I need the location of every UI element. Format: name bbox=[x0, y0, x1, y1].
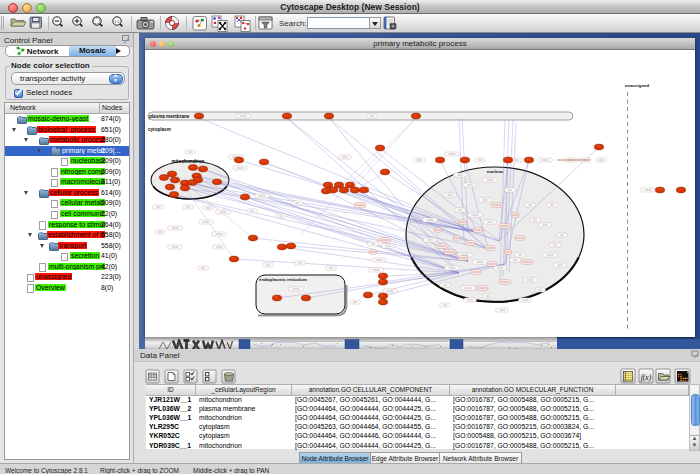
svg-text:xxxxxx: xxxxxx bbox=[501, 280, 511, 284]
svg-text:xxx: xxx bbox=[478, 158, 483, 162]
svg-text:xxx: xxx bbox=[599, 158, 604, 162]
svg-text:xxxx: xxxx bbox=[505, 250, 512, 254]
svg-text:xxxxx: xxxxx bbox=[486, 246, 494, 250]
svg-text:xxxxx: xxxxx bbox=[542, 158, 550, 162]
svg-text:xxx: xxx bbox=[533, 218, 538, 222]
svg-text:xxx: xxx bbox=[186, 205, 191, 209]
svg-text:xxxxx: xxxxx bbox=[387, 289, 395, 293]
svg-text:xxxxx: xxxxx bbox=[172, 226, 180, 230]
svg-text:xxx: xxx bbox=[370, 114, 375, 118]
svg-text:f(x): f(x) bbox=[641, 373, 652, 382]
svg-text:xxx: xxx bbox=[538, 288, 543, 292]
svg-text:xxxxx: xxxxx bbox=[240, 114, 248, 118]
svg-text:xxx: xxx bbox=[353, 300, 358, 304]
svg-text:xxxxx: xxxxx bbox=[477, 260, 485, 264]
svg-text:xxxxx: xxxxx bbox=[466, 241, 474, 245]
svg-text:xxxxx: xxxxx bbox=[172, 245, 180, 249]
svg-text:xxx: xxx bbox=[206, 206, 211, 210]
svg-text:xxxxx: xxxxx bbox=[645, 188, 653, 192]
svg-text:xxxxx: xxxxx bbox=[293, 287, 301, 291]
svg-text:xxxxxx: xxxxxx bbox=[478, 286, 488, 290]
svg-text:xxx: xxx bbox=[560, 233, 565, 237]
svg-text:xxxxx: xxxxx bbox=[376, 258, 384, 262]
svg-text:xxx: xxx bbox=[518, 253, 523, 257]
svg-text:xxxxxxxxxxxxxxxxxxxxxx: xxxxxxxxxxxxxxxxxxxxxx bbox=[557, 158, 591, 162]
svg-text:nucleus: nucleus bbox=[487, 169, 504, 174]
svg-text:xxxxx: xxxxx bbox=[472, 213, 480, 217]
svg-text:xxxx: xxxx bbox=[499, 308, 505, 312]
svg-text:xxxxxx: xxxxxx bbox=[501, 224, 511, 228]
svg-text:xxxx: xxxx bbox=[416, 158, 422, 162]
svg-text:xxxxxx: xxxxxx bbox=[446, 250, 456, 254]
svg-text:xxx: xxx bbox=[188, 150, 193, 154]
svg-text:xxxx: xxxx bbox=[467, 298, 473, 302]
svg-text:xxxxxx: xxxxxx bbox=[438, 244, 448, 248]
svg-text:xxxx: xxxx bbox=[457, 173, 463, 177]
svg-text:xxxx: xxxx bbox=[385, 244, 391, 248]
svg-text:xxx: xxx bbox=[329, 266, 334, 270]
svg-text:xxxx: xxxx bbox=[497, 266, 503, 270]
svg-text:xxxx: xxxx bbox=[512, 213, 519, 217]
svg-text:xxxx: xxxx bbox=[435, 228, 442, 232]
svg-text:xxx: xxx bbox=[553, 243, 558, 247]
svg-text:xxxxx: xxxxx bbox=[237, 166, 245, 170]
svg-text:xxx: xxx bbox=[298, 261, 303, 265]
svg-text:xxxxx: xxxxx bbox=[449, 266, 457, 270]
svg-text:xxx: xxx bbox=[279, 214, 284, 218]
svg-text:xxxxx: xxxxx bbox=[427, 218, 435, 222]
svg-text:xxx: xxx bbox=[250, 209, 255, 213]
svg-text:xxx: xxx bbox=[443, 303, 448, 307]
svg-text:xxxxx: xxxxx bbox=[487, 178, 495, 182]
svg-text:xxxxxx: xxxxxx bbox=[381, 238, 391, 242]
svg-text:xxx: xxx bbox=[156, 205, 161, 209]
svg-text:endoplasmic reticulum: endoplasmic reticulum bbox=[259, 277, 307, 282]
svg-text:1:1: 1:1 bbox=[115, 20, 120, 24]
svg-text:plasma membrane: plasma membrane bbox=[149, 114, 190, 119]
svg-text:xxxx: xxxx bbox=[447, 193, 453, 197]
svg-text:xxxx: xxxx bbox=[454, 236, 461, 240]
svg-text:xxx: xxx bbox=[266, 263, 271, 267]
svg-text:xxx: xxx bbox=[158, 230, 163, 234]
svg-text:xxxxx: xxxxx bbox=[547, 253, 555, 257]
svg-text:xxxxx: xxxxx bbox=[516, 236, 524, 240]
svg-text:xxx: xxx bbox=[371, 242, 376, 246]
svg-text:mitochondrion: mitochondrion bbox=[172, 159, 205, 164]
svg-text:xxx: xxx bbox=[201, 266, 206, 270]
svg-text:xxxxx: xxxxx bbox=[472, 270, 480, 274]
svg-text:xxxx: xxxx bbox=[342, 155, 348, 159]
svg-text:xxxx: xxxx bbox=[542, 223, 548, 227]
svg-text:xxxxx: xxxxx bbox=[220, 210, 228, 214]
svg-text:xxxxxx: xxxxxx bbox=[523, 260, 533, 264]
svg-text:xxxx: xxxx bbox=[427, 238, 433, 242]
svg-text:xxxx: xxxx bbox=[513, 158, 519, 162]
svg-text:xxx: xxx bbox=[443, 283, 448, 287]
svg-text:xxxxxx: xxxxxx bbox=[493, 203, 503, 207]
svg-text:xxxxx: xxxxx bbox=[203, 220, 211, 224]
svg-text:xxxx: xxxx bbox=[370, 250, 377, 254]
svg-text:xxxxx: xxxxx bbox=[527, 278, 535, 282]
svg-text:xxx: xxx bbox=[528, 203, 533, 207]
svg-text:xxxxx: xxxxx bbox=[449, 152, 457, 156]
svg-text:xxxx: xxxx bbox=[482, 198, 488, 202]
svg-text:xxx: xxx bbox=[486, 294, 491, 298]
svg-text:xxx: xxx bbox=[513, 258, 518, 262]
svg-text:xxx: xxx bbox=[508, 188, 513, 192]
svg-text:xxx: xxx bbox=[458, 208, 463, 212]
svg-text:xxx: xxx bbox=[295, 201, 300, 205]
svg-text:xxxxx: xxxxx bbox=[465, 286, 473, 290]
svg-text:xxxx: xxxx bbox=[487, 220, 493, 224]
svg-text:xxxx: xxxx bbox=[216, 245, 222, 249]
svg-text:xxxxx: xxxxx bbox=[259, 194, 267, 198]
svg-text:unassigned: unassigned bbox=[625, 83, 650, 88]
svg-text:xxxx: xxxx bbox=[522, 298, 528, 302]
svg-text:xxxxx: xxxxx bbox=[488, 262, 496, 266]
svg-text:xxxxx: xxxxx bbox=[373, 268, 381, 272]
svg-text:cytoplasm: cytoplasm bbox=[148, 127, 171, 132]
svg-text:xxxxx: xxxxx bbox=[474, 228, 482, 232]
svg-text:xxxx: xxxx bbox=[467, 183, 473, 187]
svg-text:xxxxx: xxxxx bbox=[216, 232, 224, 236]
svg-text:xxx: xxx bbox=[550, 203, 555, 207]
svg-text:xxxx: xxxx bbox=[460, 220, 467, 224]
svg-text:xxxxxx: xxxxxx bbox=[356, 203, 366, 207]
svg-text:xxxxx: xxxxx bbox=[459, 256, 467, 260]
